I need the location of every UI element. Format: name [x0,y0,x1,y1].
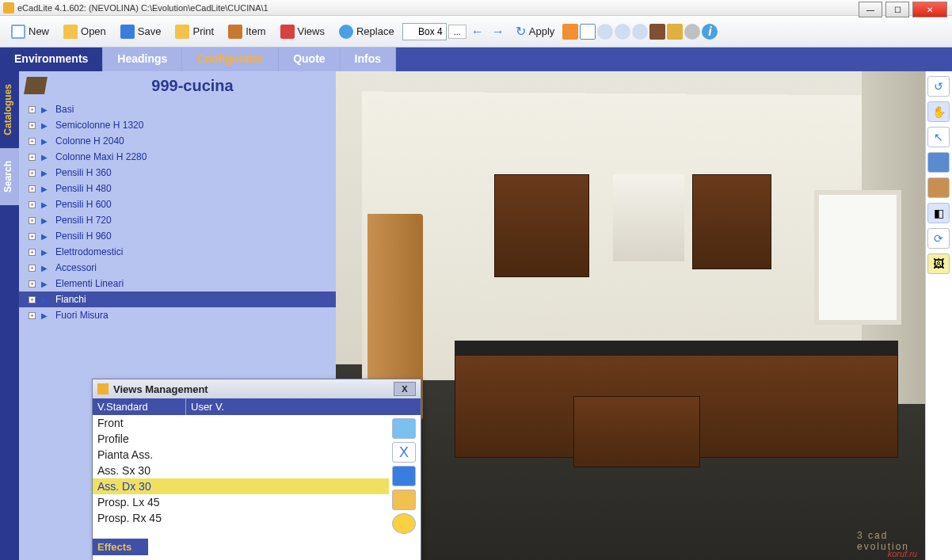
expand-icon[interactable]: + [29,185,36,192]
back-arrow-icon[interactable]: ← [468,25,487,39]
replace-button[interactable]: Replace [333,21,401,42]
tree-item[interactable]: +Elettrodomestici [19,244,336,260]
zoom-in-icon[interactable] [615,24,630,40]
open-button[interactable]: Open [57,21,112,42]
expand-icon[interactable]: + [29,201,36,208]
box-input[interactable] [402,23,447,40]
close-button[interactable]: ✕ [912,2,947,17]
effects-tab[interactable]: Effects [93,537,148,555]
undo-icon[interactable]: ↺ [927,76,950,97]
view-item[interactable]: Profile [93,431,389,447]
tab-infos[interactable]: Infos [341,48,396,71]
expand-icon[interactable]: + [29,296,36,303]
new-button[interactable]: New [5,21,55,42]
col-standard[interactable]: V.Standard [93,398,186,415]
rotate-icon[interactable]: ⟳ [927,228,950,249]
zoom-out-icon[interactable] [632,24,648,40]
save-label: Save [138,25,162,37]
tree-item[interactable]: +Colonne H 2040 [19,133,336,149]
window-buttons: — ☐ ✕ [859,2,947,17]
wall-cabinet-2 [692,174,771,269]
view-item[interactable]: Front [93,415,389,431]
info-icon[interactable]: i [702,24,718,40]
right-rail: ↺ ✋ ↖ ◧ ⟳ 🖼 [925,71,952,560]
apply-button[interactable]: ↻Apply [509,21,562,42]
tree-item[interactable]: +Pensili H 600 [19,196,336,212]
tree-item[interactable]: +Pensili H 360 [19,165,336,181]
popup-header[interactable]: Views Management X [93,379,421,398]
expand-icon[interactable]: + [29,265,36,272]
tool1-icon[interactable] [649,24,665,40]
window-3d [814,190,901,325]
tree-item[interactable]: +Semicolonne H 1320 [19,117,336,133]
expand-icon[interactable]: + [29,217,36,224]
view-item[interactable]: Prosp. Rx 45 [93,510,389,526]
view-item[interactable]: Prosp. Lx 45 [93,494,389,510]
sidetab-catalogues[interactable]: Catalogues [0,71,19,148]
panel-title: 999-cucina [55,77,329,95]
box3d-icon[interactable] [562,24,578,40]
grid-icon[interactable] [580,24,596,40]
tree-item[interactable]: +Pensili H 480 [19,181,336,196]
tool2-icon[interactable] [667,24,683,40]
save-button[interactable]: Save [114,21,168,42]
tree-item[interactable]: +Basi [19,101,336,117]
layers-icon[interactable]: ◧ [927,203,950,223]
expand-icon[interactable]: + [29,249,36,256]
expand-icon[interactable]: + [29,280,36,288]
popup-close-button[interactable]: X [394,382,416,396]
item-button[interactable]: Item [222,21,272,42]
popup-folder-icon[interactable] [392,490,416,510]
cube-icon [24,77,48,94]
tab-environments[interactable]: Environments [0,48,103,71]
sidetab-search[interactable]: Search [0,148,19,205]
tree-item[interactable]: +Pensili H 960 [19,228,336,244]
expand-icon[interactable]: + [29,106,36,113]
cursor-icon[interactable]: ↖ [927,127,950,147]
material-icon[interactable] [927,177,950,198]
view-item[interactable]: Ass. Sx 30 [93,463,389,478]
maximize-button[interactable]: ☐ [885,2,909,17]
expand-icon[interactable]: + [29,138,36,145]
measure-icon[interactable] [927,152,950,173]
new-label: New [29,25,49,37]
wall-cabinet-1 [494,174,589,277]
col-user[interactable]: User V. [186,398,229,415]
popup-delete-icon[interactable]: X [392,442,416,463]
expand-icon[interactable]: + [29,233,36,240]
tree-item[interactable]: +Accessori [19,260,336,276]
views-label: Views [298,25,325,37]
toolbar: New Open Save Print Item Views Replace .… [0,16,952,48]
expand-icon[interactable]: + [29,312,36,319]
tree-item[interactable]: +Fianchi [19,291,336,307]
popup-sun-icon[interactable] [392,513,416,534]
tree-item[interactable]: +Pensili H 720 [19,212,336,228]
gear-icon[interactable] [684,24,700,40]
tree-item[interactable]: +Fuori Misura [19,307,336,323]
expand-icon[interactable]: + [29,154,36,161]
tree-item[interactable]: +Elementi Lineari [19,276,336,291]
zoom-fit-icon[interactable] [597,24,613,40]
main-tabs: Environments Headings Configurator Quote… [0,48,952,71]
views-list: FrontProfilePianta Ass.Ass. Sx 30Ass. Dx… [93,415,389,537]
expand-icon[interactable]: + [29,122,36,129]
view-item[interactable]: Ass. Dx 30 [93,478,389,494]
tab-headings[interactable]: Headings [103,48,182,71]
popup-save-icon[interactable] [392,466,416,486]
minimize-button[interactable]: — [859,2,882,17]
dots-button[interactable]: ... [448,25,466,39]
view-item[interactable]: Pianta Ass. [93,447,389,463]
pan-icon[interactable]: ✋ [927,101,950,122]
print-button[interactable]: Print [169,21,220,42]
side-tabs: Catalogues Search [0,71,19,560]
popup-open-icon[interactable] [392,418,416,439]
viewport-3d[interactable]: 3 cadevolution koruf.ru [336,71,925,560]
picture-icon[interactable]: 🖼 [927,253,950,274]
forward-arrow-icon[interactable]: → [489,25,508,39]
tree-item[interactable]: +Colonne Maxi H 2280 [19,149,336,165]
tab-quote[interactable]: Quote [279,48,340,71]
views-button[interactable]: Views [274,21,331,42]
title-text: eCadLite 4.1.602: (NEVOLINA) C:\Evolutio… [17,3,268,13]
expand-icon[interactable]: + [29,170,36,177]
tab-configurator[interactable]: Configurator [182,48,279,71]
